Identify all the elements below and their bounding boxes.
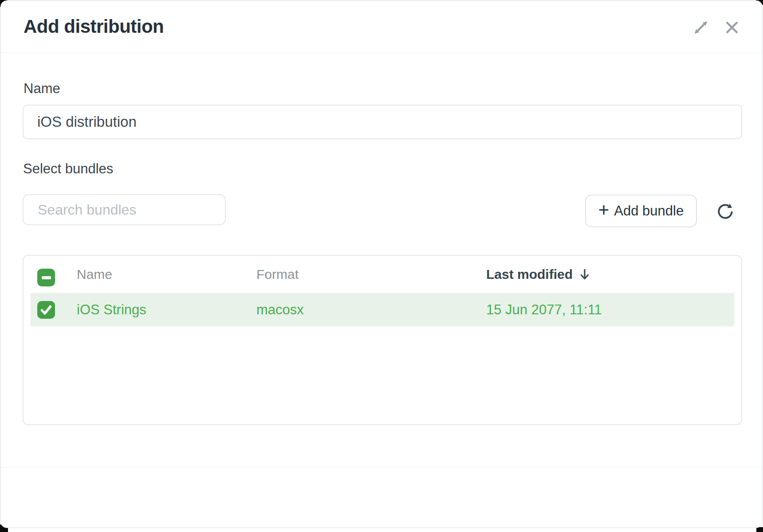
bundle-last-modified-cell: 15 Jun 2077, 11:11 [486,302,602,318]
expand-icon [691,32,711,39]
close-icon [721,33,743,39]
add-distribution-dialog: Add distribution Name Select bundles [0,0,763,528]
bundle-name-cell: iOS Strings [77,302,146,318]
bundles-table: Name Format Last modified [23,255,742,425]
checkmark-icon [37,301,55,319]
add-bundle-button[interactable]: + Add bundle [585,195,697,227]
column-header-last-modified-label: Last modified [486,267,573,282]
add-bundle-label: Add bundle [614,203,684,219]
bundle-format-cell: macosx [256,302,304,318]
name-field-label: Name [24,81,60,97]
search-bundles-input[interactable] [23,194,226,225]
column-header-format: Format [256,267,299,282]
bundle-row[interactable]: iOS Strings macosx 15 Jun 2077, 11:11 [31,293,734,326]
bundles-table-header: Name Format Last modified [24,256,741,293]
dialog-title: Add distribution [24,16,164,37]
dialog-footer: Cancel Create [1,467,762,528]
close-dialog-button[interactable] [721,17,743,38]
distribution-name-input[interactable] [23,105,742,139]
sort-descending-icon [579,268,590,281]
indeterminate-icon [42,276,51,279]
select-bundles-label: Select bundles [23,161,113,177]
expand-dialog-button[interactable] [691,18,711,37]
column-header-last-modified[interactable]: Last modified [486,267,590,282]
plus-icon: + [598,201,610,219]
refresh-bundles-button[interactable] [716,202,735,221]
column-header-name: Name [77,267,112,282]
select-all-checkbox[interactable] [37,269,55,286]
refresh-icon [716,216,735,223]
dialog-header: Add distribution [1,1,762,53]
bundle-row-checkbox[interactable] [37,301,55,319]
